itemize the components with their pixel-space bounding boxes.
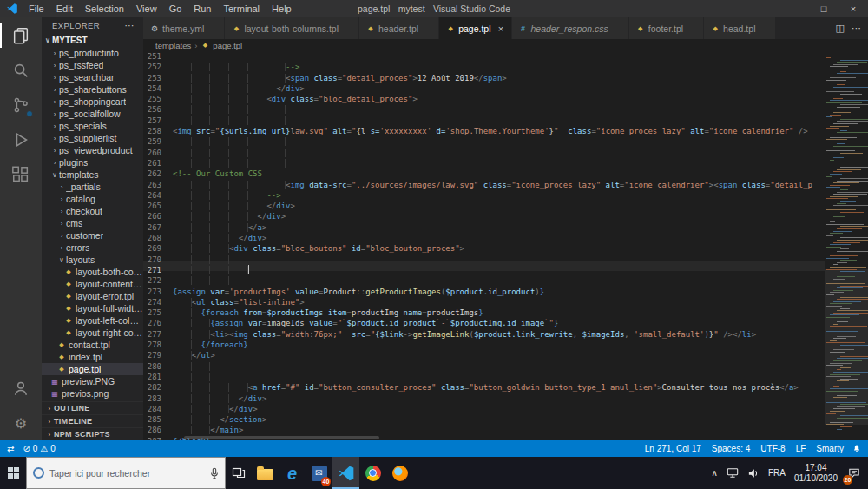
code-line[interactable]: 268 </div>	[143, 228, 825, 239]
breadcrumb-item[interactable]: page.tpl	[213, 41, 242, 50]
mail-app-icon[interactable]: ✉ 40	[306, 457, 332, 489]
status-spaces[interactable]: Spaces: 4	[712, 444, 750, 453]
code-line[interactable]: 269 <div class="bloc_boutons" id="bloc_b…	[143, 239, 825, 249]
code-editor[interactable]: 251252 -->253 <span class="detail_proces…	[143, 51, 868, 440]
tree-item-ps-sharebuttons[interactable]: ›ps_sharebuttons	[42, 83, 143, 96]
account-icon[interactable]	[10, 378, 31, 399]
code-line[interactable]: 253 <span class="detail_proces">12 Août …	[143, 69, 825, 79]
tab-theme-yml[interactable]: ⚙theme.yml	[143, 17, 225, 39]
tab-header-respon-css[interactable]: #header_respon.css	[512, 17, 629, 39]
code-line[interactable]: 281	[143, 367, 825, 378]
project-root-folder[interactable]: ∨ MYTEST	[42, 33, 143, 47]
code-line[interactable]: 266 </div>	[143, 207, 825, 217]
hidden-icons-chevron[interactable]: ∧	[707, 457, 722, 489]
network-icon[interactable]	[722, 457, 743, 489]
status-lf[interactable]: LF	[796, 444, 806, 453]
tree-item-layout-error-tpl[interactable]: ◆layout-error.tpl	[42, 290, 143, 302]
code-line[interactable]: 276 {assign var=imageIds value="`$produc…	[143, 314, 825, 324]
code-line[interactable]: 251	[143, 51, 825, 57]
code-line[interactable]: 256	[143, 100, 825, 110]
source-control-icon[interactable]	[10, 95, 31, 116]
microphone-icon[interactable]	[210, 467, 219, 479]
tree-item-catalog[interactable]: ›catalog	[42, 193, 143, 205]
minimize-button[interactable]: –	[779, 0, 809, 17]
code-line[interactable]: 265 </div>	[143, 196, 825, 207]
tab-footer-tpl[interactable]: ◆footer.tpl	[629, 17, 704, 39]
code-line[interactable]: 262<!-- Our Custom CSS	[143, 164, 825, 175]
tree-item-plugins[interactable]: ›plugins	[42, 156, 143, 169]
tree-item-ps-specials[interactable]: ›ps_specials	[42, 120, 143, 132]
code-line[interactable]: 261	[143, 154, 825, 164]
code-line[interactable]: 275 {foreach from=$productImgs item=prod…	[143, 303, 825, 314]
tree-item-contact-tpl[interactable]: ◆contact.tpl	[42, 339, 143, 351]
code-line[interactable]: 273{assign var='productImgs' value=Produ…	[143, 282, 825, 293]
menu-edit[interactable]: Edit	[50, 0, 79, 17]
tree-item-checkout[interactable]: ›checkout	[42, 205, 143, 217]
vscode-taskbar-icon[interactable]	[332, 457, 359, 489]
edge-browser-icon[interactable]: e	[279, 457, 306, 489]
code-line[interactable]: 271	[143, 261, 825, 271]
task-view-button[interactable]	[226, 457, 252, 489]
tree-item-ps-viewedproduct[interactable]: ›ps_viewedproduct	[42, 144, 143, 156]
volume-icon[interactable]	[743, 457, 764, 489]
tree-item-layout-content-only-tpl[interactable]: ◆layout-content-only.tpl	[42, 278, 143, 290]
tree-item-customer[interactable]: ›customer	[42, 229, 143, 241]
code-line[interactable]: 260	[143, 143, 825, 154]
section-npm-scripts[interactable]: ›NPM SCRIPTS	[42, 427, 143, 440]
status-ln[interactable]: Ln 271, Col 17	[645, 444, 701, 453]
tree-item-ps-socialfollow[interactable]: ›ps_socialfollow	[42, 108, 143, 120]
run-debug-icon[interactable]	[10, 129, 31, 150]
tree-item-layout-full-width-tpl[interactable]: ◆layout-full-width.tpl	[42, 302, 143, 314]
menu-terminal[interactable]: Terminal	[218, 0, 266, 17]
menu-help[interactable]: Help	[266, 0, 298, 17]
tree-item-layout-both-columns-tpl[interactable]: ◆layout-both-columns.tpl	[42, 266, 143, 278]
more-actions-icon[interactable]: ⋯	[125, 20, 135, 31]
code-line[interactable]: 263 <img data-src="../sources/images/law…	[143, 175, 825, 186]
code-line[interactable]: 252 -->	[143, 57, 825, 68]
notifications-bell-icon[interactable]	[852, 444, 861, 453]
search-icon[interactable]	[10, 60, 31, 81]
menu-run[interactable]: Run	[187, 0, 217, 17]
tab-header-tpl[interactable]: ◆header.tpl	[359, 17, 439, 39]
status-smarty[interactable]: Smarty	[816, 444, 844, 453]
section-timeline[interactable]: ›TIMELINE	[42, 414, 143, 427]
code-line[interactable]: 285 </section>	[143, 410, 825, 420]
more-actions-icon[interactable]: ⋯	[852, 23, 861, 34]
status-utf-8[interactable]: UTF-8	[760, 444, 785, 453]
menu-file[interactable]: File	[23, 0, 50, 17]
close-button[interactable]: ×	[838, 0, 868, 17]
maximize-button[interactable]: □	[809, 0, 838, 17]
tab-page-tpl[interactable]: ◆page.tpl×	[439, 17, 511, 39]
tab-layout-both-columns-tpl[interactable]: ◆layout-both-columns.tpl	[225, 17, 359, 39]
remote-indicator[interactable]: ⇄	[7, 444, 14, 453]
split-editor-icon[interactable]: ◫	[836, 23, 845, 34]
horizontal-scrollbar[interactable]	[184, 436, 379, 439]
extensions-icon[interactable]	[10, 164, 31, 185]
explorer-icon[interactable]	[10, 25, 31, 46]
menu-view[interactable]: View	[130, 0, 163, 17]
tree-item-errors[interactable]: ›errors	[42, 241, 143, 254]
tree-item-ps-productinfo[interactable]: ›ps_productinfo	[42, 47, 143, 59]
tree-item-page-tpl[interactable]: ◆page.tpl	[42, 363, 143, 375]
tree-item-ps-supplierlist[interactable]: ›ps_supplierlist	[42, 132, 143, 144]
code-line[interactable]: 255 <div class="bloc_detail_proces">	[143, 89, 825, 100]
section-outline[interactable]: ›OUTLINE	[42, 401, 143, 414]
tab-head-tpl[interactable]: ◆head.tpl	[704, 17, 776, 39]
code-line[interactable]: 277 <li><img class="width:76px;" src="{$…	[143, 325, 825, 335]
close-icon[interactable]: ×	[496, 23, 507, 34]
firefox-icon[interactable]	[386, 457, 413, 489]
code-line[interactable]: 257	[143, 111, 825, 122]
problems-indicator[interactable]: ⊘ 0 ⚠ 0	[23, 444, 55, 453]
language-indicator[interactable]: FRA	[764, 457, 790, 489]
tree-item-ps-searchbar[interactable]: ›ps_searchbar	[42, 71, 143, 83]
code-line[interactable]: 258<img src="{$urls.img_url}law.svg" alt…	[143, 122, 825, 132]
taskbar-search-input[interactable]	[49, 468, 205, 479]
line-number[interactable]: 287	[143, 436, 173, 440]
code-line[interactable]: 267 </a>	[143, 218, 825, 228]
minimap[interactable]	[825, 51, 868, 440]
taskbar-search[interactable]	[26, 457, 226, 489]
tree-item-layout-left-column-tpl[interactable]: ◆layout-left-column.tpl	[42, 314, 143, 327]
code-line[interactable]: 284 </div>	[143, 400, 825, 410]
tree-item-ps-shoppingcart[interactable]: ›ps_shoppingcart	[42, 96, 143, 108]
breadcrumb-item[interactable]: templates	[155, 41, 191, 50]
